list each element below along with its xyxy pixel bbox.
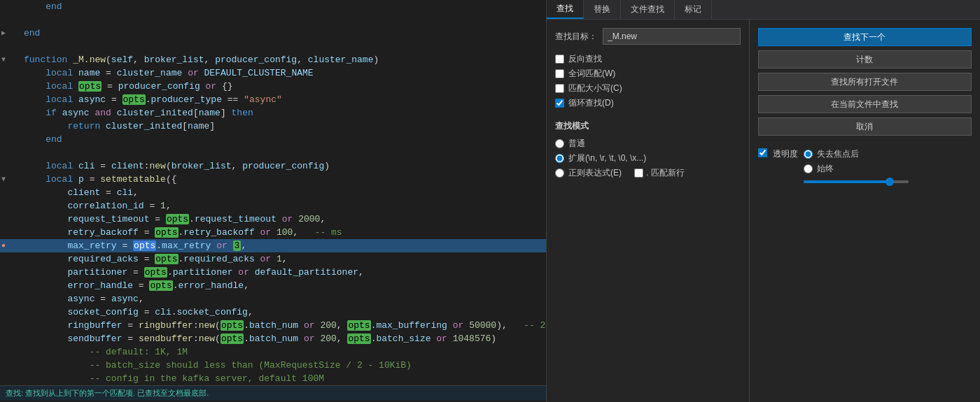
mode-extended-radio[interactable] <box>555 154 564 163</box>
line-content: -- default: 1K, 1M <box>21 345 546 359</box>
line-content: required_acks = opts.required_acks or 1, <box>21 252 546 266</box>
mode-normal-label[interactable]: 普通 <box>568 138 585 150</box>
line-content: async = async, <box>21 292 546 306</box>
match-newline-checkbox[interactable] <box>634 168 643 178</box>
match-newline-row: . 匹配新行 <box>634 167 685 179</box>
slider-track <box>804 180 909 183</box>
code-line: end <box>0 0 546 13</box>
code-line: return cluster_inited[name] <box>0 120 546 133</box>
code-lines: end ▶ end ▼ function _M.new(self, broker… <box>0 0 546 385</box>
code-line: sendbuffer = sendbuffer:new(opts.batch_n… <box>0 332 546 345</box>
match-case-label[interactable]: 匹配大小写(C) <box>568 82 622 94</box>
mode-normal-row: 普通 <box>555 138 741 150</box>
line-content: return cluster_inited[name] <box>21 120 546 133</box>
fold-icon[interactable]: ▼ <box>1 173 6 186</box>
transparency-checkbox[interactable] <box>758 148 767 157</box>
transparency-focus-label[interactable]: 失去焦点后 <box>817 148 859 160</box>
code-line: client = cli, <box>0 186 546 199</box>
line-content <box>21 40 546 53</box>
fold-icon[interactable]: ▼ <box>1 53 6 66</box>
code-line: socket_config = cli.socket_config, <box>0 306 546 319</box>
code-line: ▶ end <box>0 27 546 40</box>
find-all-open-button[interactable]: 查找所有打开文件 <box>758 73 972 91</box>
count-button[interactable]: 计数 <box>758 50 972 69</box>
loop-search-checkbox[interactable] <box>555 99 564 108</box>
code-line: local opts = producer_config or {} <box>0 80 546 93</box>
error-icon: ● <box>1 239 6 252</box>
code-line: ringbuffer = ringbuffer:new(opts.batch_n… <box>0 319 546 332</box>
code-line: request_timeout = opts.request_timeout o… <box>0 213 546 226</box>
transparency-always-label[interactable]: 始终 <box>817 163 834 175</box>
line-content: correlation_id = 1, <box>21 199 546 213</box>
mode-regex-label[interactable]: 正则表达式(E) <box>568 167 622 179</box>
find-in-current-button[interactable]: 在当前文件中查找 <box>758 95 972 113</box>
line-content <box>21 146 546 159</box>
code-line: async = async, <box>0 292 546 306</box>
code-line: partitioner = opts.partitioner or defaul… <box>0 266 546 279</box>
line-content: -- batch_size should less than (MaxReque… <box>21 359 546 372</box>
whole-word-checkbox[interactable] <box>555 69 564 78</box>
code-line-highlighted: ● max_retry = opts.max_retry or 3, <box>0 239 546 252</box>
transparency-focus-radio[interactable] <box>804 150 813 159</box>
code-line: required_acks = opts.required_acks or 1, <box>0 252 546 266</box>
code-line: if async and cluster_inited[name] then <box>0 106 546 120</box>
code-line: ▼ function _M.new(self, broker_list, pro… <box>0 53 546 66</box>
code-line: -- config in the kafka server, default 1… <box>0 372 546 385</box>
line-content: request_timeout = opts.request_timeout o… <box>21 213 546 226</box>
tab-find[interactable]: 查找 <box>547 0 584 19</box>
line-content: sendbuffer = sendbuffer:new(opts.batch_n… <box>21 332 546 345</box>
search-checkboxes: 反向查找 全词匹配(W) 匹配大小写(C) 循环查找(D) <box>555 53 741 109</box>
search-mode-group: 普通 扩展(\n, \r, \t, \0, \x...) 正则表达式(E) . … <box>555 138 741 179</box>
search-panel: 查找 替换 文件查找 标记 查找目标： 反向查找 <box>546 0 980 402</box>
line-content: socket_config = cli.socket_config, <box>21 306 546 319</box>
whole-word-row: 全词匹配(W) <box>555 68 741 80</box>
line-content: function _M.new(self, broker_list, produ… <box>21 53 546 66</box>
mode-regex-radio-row: 正则表达式(E) <box>555 167 622 179</box>
slider-fill <box>804 180 888 183</box>
line-content: end <box>21 27 546 40</box>
whole-word-label[interactable]: 全词匹配(W) <box>568 68 615 80</box>
tab-file-find[interactable]: 文件查找 <box>621 0 675 19</box>
mode-extended-label[interactable]: 扩展(\n, \r, \t, \0, \x...) <box>568 152 646 164</box>
line-content: retry_backoff = opts.retry_backoff or 10… <box>21 226 546 239</box>
line-content: local name = cluster_name or DEFAULT_CLU… <box>21 66 546 80</box>
search-options: 查找目标： 反向查找 全词匹配(W) 匹配大小写(C) <box>547 20 750 402</box>
code-line: local name = cluster_name or DEFAULT_CLU… <box>0 66 546 80</box>
line-content: client = cli, <box>21 186 546 199</box>
line-content: local opts = producer_config or {} <box>21 80 546 93</box>
line-content: max_retry = opts.max_retry or 3, <box>21 239 546 252</box>
search-input[interactable] <box>603 28 741 45</box>
tab-replace[interactable]: 替换 <box>584 0 621 19</box>
line-content: ringbuffer = ringbuffer:new(opts.batch_n… <box>21 319 546 332</box>
fold-icon[interactable]: ▶ <box>1 27 6 40</box>
reverse-search-label[interactable]: 反向查找 <box>568 53 602 65</box>
code-line: retry_backoff = opts.retry_backoff or 10… <box>0 226 546 239</box>
line-content: local cli = client:new(broker_list, prod… <box>21 159 546 173</box>
code-line: local cli = client:new(broker_list, prod… <box>0 159 546 173</box>
code-line: correlation_id = 1, <box>0 199 546 213</box>
slider-thumb[interactable] <box>886 178 894 186</box>
search-info-bar: 查找: 查找到从上到下的第一个匹配项. 已查找至文档最底部. <box>0 385 546 401</box>
mode-extended-row: 扩展(\n, \r, \t, \0, \x...) <box>555 152 741 164</box>
cancel-button[interactable]: 取消 <box>758 117 972 136</box>
line-content: end <box>21 0 546 13</box>
code-line: -- default: 1K, 1M <box>0 345 546 359</box>
line-content <box>21 13 546 27</box>
code-line <box>0 146 546 159</box>
match-case-checkbox[interactable] <box>555 84 564 93</box>
code-line: end <box>0 133 546 146</box>
loop-search-label[interactable]: 循环查找(D) <box>568 97 614 109</box>
search-target-row: 查找目标： <box>555 28 741 45</box>
mode-normal-radio[interactable] <box>555 139 564 148</box>
reverse-search-checkbox[interactable] <box>555 55 564 64</box>
search-content: 查找目标： 反向查找 全词匹配(W) 匹配大小写(C) <box>547 20 980 402</box>
tab-mark[interactable]: 标记 <box>675 0 712 19</box>
transparency-always-radio[interactable] <box>804 164 813 173</box>
match-newline-label[interactable]: . 匹配新行 <box>646 167 685 179</box>
search-target-label: 查找目标： <box>555 31 597 43</box>
code-line: ▼ local p = setmetatable({ <box>0 173 546 186</box>
find-next-button[interactable]: 查找下一个 <box>758 28 972 46</box>
panel-tabs: 查找 替换 文件查找 标记 <box>547 0 980 20</box>
mode-regex-radio[interactable] <box>555 168 564 178</box>
line-content: partitioner = opts.partitioner or defaul… <box>21 266 546 279</box>
